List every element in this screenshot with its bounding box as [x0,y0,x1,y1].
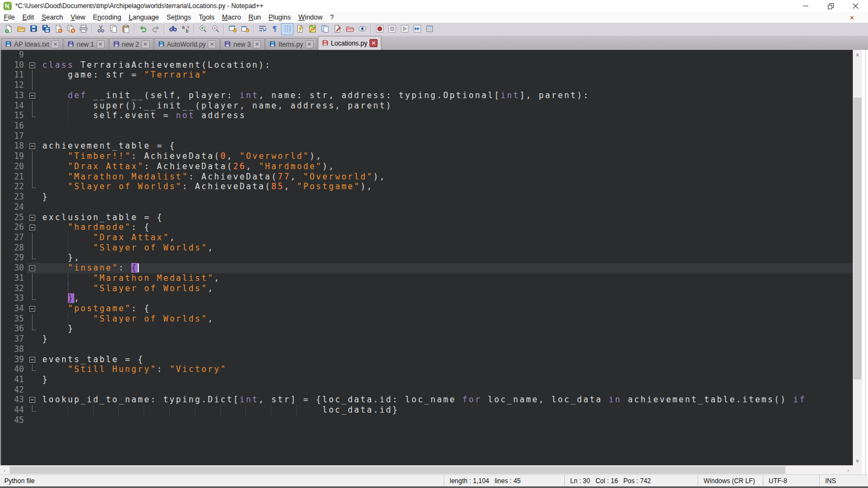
tab-close-icon[interactable]: ✕ [305,40,314,48]
fold-collapse-icon[interactable] [28,355,37,365]
code-line[interactable]: 38 [0,344,853,355]
code-line[interactable]: 29 }, [0,253,853,263]
code-line[interactable]: 42 [0,385,853,395]
tab-close-icon[interactable]: ✕ [97,40,105,48]
code-line[interactable]: 25exclusion_table = { [0,213,853,223]
tab-close-icon[interactable]: ✕ [51,40,59,48]
fold-collapse-icon[interactable] [28,213,37,223]
menu-item-search[interactable]: Search [38,12,67,22]
minimize-button[interactable] [793,0,818,12]
fold-collapse-icon[interactable] [28,222,37,233]
code-line[interactable]: 32 "Slayer of Worlds", [0,284,853,294]
menu-item-edit[interactable]: Edit [18,12,38,22]
status-insert-mode[interactable]: INS [819,475,868,486]
find-button[interactable] [167,23,179,35]
cut-button[interactable] [94,23,107,35]
tab-new-3[interactable]: new 3✕ [220,38,265,50]
macro-run-multiple-button[interactable] [411,23,423,35]
code-line[interactable]: 45 [0,415,853,426]
new-file-button[interactable] [2,23,15,35]
tab-ap-ideas.txt[interactable]: AP Ideas.txt✕ [1,38,63,50]
menu-item-view[interactable]: View [67,12,89,22]
menu-item-encoding[interactable]: Encoding [89,12,125,22]
code-line[interactable]: 41} [0,375,853,385]
tab-close-icon[interactable]: ✕ [142,40,150,48]
code-line[interactable]: 36 } [0,324,853,334]
sync-horizontal-button[interactable] [239,23,251,35]
save-file-button[interactable] [27,23,40,35]
code-line[interactable]: 13 def __init__(self, player: int, name:… [0,91,853,101]
menu-item-file[interactable]: File [0,12,18,22]
code-line[interactable]: 40 "Still Hungry": "Victory" [0,364,853,375]
code-line[interactable]: 20 "Drax Attax": AchieveData(26, "Hardmo… [0,162,853,172]
code-line[interactable]: 17 [0,131,853,142]
tab-locations.py[interactable]: Locations.py✕ [318,36,381,50]
code-line[interactable]: 43lookup_id_to_name: typing.Dict[int, st… [0,395,853,405]
sync-vertical-button[interactable] [226,23,239,35]
restore-button[interactable] [818,0,843,12]
fold-collapse-icon[interactable] [28,60,37,70]
document-map-button[interactable] [306,23,318,35]
code-line[interactable]: 14 super().__init__(player, name, addres… [0,101,853,111]
code-line[interactable]: 37} [0,334,853,344]
paste-button[interactable] [119,23,132,35]
indent-guide-button[interactable] [281,23,293,35]
close-all-button[interactable] [65,23,77,35]
menu-item-run[interactable]: Run [245,12,265,22]
vertical-scrollbar[interactable]: ∧ ∨ [853,50,862,465]
code-line[interactable]: 39events_table = { [0,355,853,365]
scroll-down-arrow-icon[interactable]: ∨ [853,456,862,465]
code-line[interactable]: 26 "hardmode": { [0,222,853,233]
code-line[interactable]: 23} [0,192,853,202]
code-line[interactable]: 18achievement_table = { [0,141,853,151]
zoom-in-button[interactable] [196,23,209,35]
scroll-up-arrow-icon[interactable]: ∧ [853,50,862,59]
tab-new-1[interactable]: new 1✕ [63,38,108,50]
menu-item-macro[interactable]: Macro [218,12,245,22]
code-line[interactable]: 33 }, [0,293,853,304]
function-list-button[interactable] [293,23,306,35]
horizontal-scrollbar[interactable]: ‹ › [0,465,853,474]
code-line[interactable]: 16 [0,121,853,131]
menu-item-?[interactable]: ? [327,12,338,22]
scroll-left-arrow-icon[interactable]: ‹ [0,466,9,475]
code-line[interactable]: 35 "Slayer of Worlds", [0,314,853,324]
redo-button[interactable] [149,23,162,35]
menu-item-settings[interactable]: Settings [163,12,195,22]
close-document-x-icon[interactable]: × [850,14,854,21]
code-line[interactable]: 15 self.event = not address [0,111,853,121]
code-line[interactable]: 9 [0,50,853,60]
code-line[interactable]: 34 "postgame": { [0,304,853,314]
tab-items.py[interactable]: Items.py✕ [265,38,317,50]
code-line[interactable]: 21 "Marathon Medalist": AchieveData(77, … [0,172,853,182]
code-line[interactable]: 24 [0,202,853,213]
code-line[interactable]: 11 game: str = "Terraria" [0,70,853,80]
undo-button[interactable] [137,23,149,35]
horizontal-scrollbar-thumb[interactable] [10,466,786,474]
fold-collapse-icon[interactable] [28,91,37,101]
code-line[interactable]: 28 "Slayer of Worlds", [0,243,853,253]
code-line[interactable]: 12 [0,80,853,91]
vertical-scrollbar-thumb[interactable] [853,98,861,380]
menu-item-window[interactable]: Window [295,12,326,22]
fold-collapse-icon[interactable] [28,304,37,314]
code-line[interactable]: 19 "Timber!!": AchieveData(0, "Overworld… [0,151,853,162]
code-line[interactable]: 22 "Slayer of Worlds": AchieveData(85, "… [0,182,853,192]
save-all-button[interactable] [40,23,52,35]
close-button[interactable] [843,0,868,12]
tab-autoworld.py[interactable]: AutoWorld.py✕ [154,38,220,50]
fold-collapse-icon[interactable] [28,141,37,151]
fold-collapse-icon[interactable] [28,263,37,273]
project-panel-button[interactable] [343,23,356,35]
code-editor[interactable]: 910class TerrariaAchievement(Location):1… [0,50,853,465]
tab-close-icon[interactable]: ✕ [369,39,378,47]
menu-item-language[interactable]: Language [125,12,163,22]
code-line[interactable]: 30 "insane": { [0,263,853,273]
notepad-plus-plus-app-icon[interactable] [3,2,12,10]
file-monitoring-button[interactable] [356,23,368,35]
status-encoding[interactable]: UTF-8 [763,475,819,486]
show-all-characters-button[interactable]: ¶ [269,23,281,35]
macro-stop-button[interactable] [386,23,398,35]
replace-button[interactable]: ab [179,23,192,35]
code-line[interactable]: 27 "Drax Attax", [0,233,853,243]
